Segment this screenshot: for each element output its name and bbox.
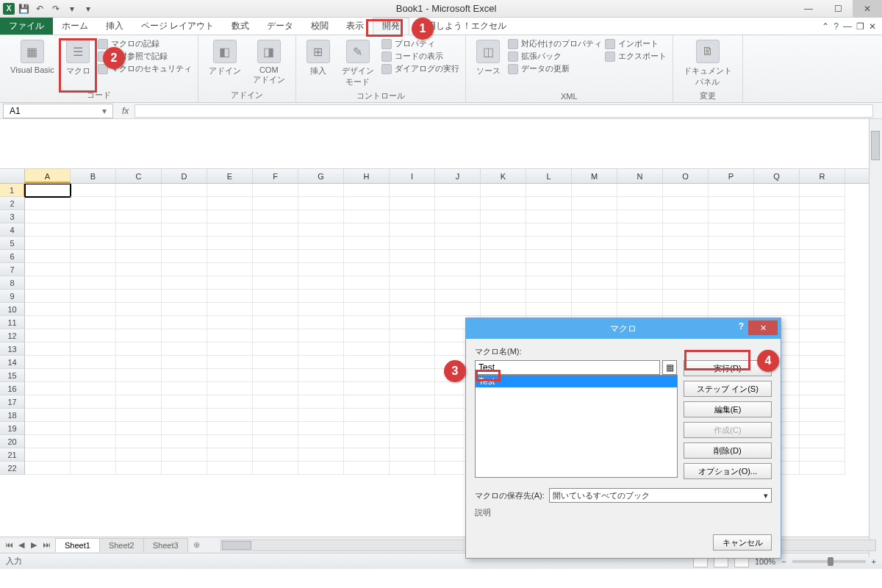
cell[interactable]	[572, 223, 617, 237]
cell[interactable]	[71, 422, 116, 435]
workbook-minimize-icon[interactable]: —	[843, 21, 852, 32]
cell[interactable]	[617, 237, 663, 250]
cell[interactable]	[800, 395, 845, 409]
cell[interactable]	[162, 422, 207, 435]
cell[interactable]	[800, 448, 845, 462]
row-header[interactable]: 14	[0, 356, 25, 369]
cell[interactable]	[298, 197, 344, 210]
select-all-corner[interactable]	[0, 169, 25, 183]
cell[interactable]	[572, 237, 617, 250]
cell[interactable]	[162, 462, 207, 475]
cell[interactable]	[709, 210, 754, 223]
qat-custom-icon[interactable]: ▾	[81, 2, 96, 15]
dialog-close-button[interactable]: ✕	[748, 320, 778, 335]
cell[interactable]	[481, 303, 526, 316]
sheet-next-icon[interactable]: ▶	[28, 540, 40, 550]
cell[interactable]	[709, 276, 754, 290]
cancel-button[interactable]: キャンセル	[713, 534, 772, 551]
cell[interactable]	[298, 369, 344, 382]
cell[interactable]	[71, 462, 116, 475]
sheet-first-icon[interactable]: ⏮	[3, 540, 15, 550]
cell[interactable]	[481, 184, 526, 197]
cell[interactable]	[617, 184, 663, 197]
row-header[interactable]: 17	[0, 395, 25, 409]
cell[interactable]	[253, 435, 298, 448]
cell[interactable]	[344, 329, 390, 343]
cell[interactable]	[162, 382, 207, 395]
cell[interactable]	[253, 223, 298, 237]
cell[interactable]	[253, 369, 298, 382]
cell[interactable]	[116, 422, 162, 435]
cell[interactable]	[162, 409, 207, 422]
cell[interactable]	[71, 382, 116, 395]
cell[interactable]	[25, 329, 71, 343]
column-header[interactable]: G	[298, 169, 344, 183]
column-header[interactable]: P	[709, 169, 754, 183]
cell[interactable]	[617, 223, 663, 237]
cell[interactable]	[663, 276, 709, 290]
cell[interactable]	[344, 223, 390, 237]
cell[interactable]	[71, 276, 116, 290]
cell[interactable]	[25, 356, 71, 369]
cell[interactable]	[207, 356, 253, 369]
sheet-tab-3[interactable]: Sheet3	[143, 538, 188, 552]
cell[interactable]	[572, 184, 617, 197]
cell[interactable]	[116, 263, 162, 276]
cell[interactable]	[298, 223, 344, 237]
cell[interactable]	[344, 356, 390, 369]
document-panel-button[interactable]: 🗎ドキュメント パネル	[679, 38, 736, 89]
tab-formulas[interactable]: 数式	[223, 18, 258, 35]
cell[interactable]	[298, 422, 344, 435]
cell[interactable]	[25, 316, 71, 329]
cell[interactable]	[25, 409, 71, 422]
cell[interactable]	[298, 448, 344, 462]
properties-button[interactable]: プロパティ	[381, 38, 459, 49]
close-button[interactable]: ✕	[853, 0, 882, 18]
cell[interactable]	[253, 395, 298, 409]
cell[interactable]	[800, 329, 845, 343]
cell[interactable]	[71, 356, 116, 369]
cell[interactable]	[800, 409, 845, 422]
cell[interactable]	[390, 343, 435, 356]
tab-view[interactable]: 表示	[337, 18, 373, 35]
cell[interactable]	[253, 303, 298, 316]
cell[interactable]	[709, 290, 754, 303]
cell[interactable]	[116, 369, 162, 382]
cell[interactable]	[526, 250, 572, 263]
expansion-button[interactable]: 拡張パック	[508, 51, 602, 62]
new-sheet-button[interactable]: ⊕	[187, 540, 206, 550]
cell[interactable]	[253, 237, 298, 250]
column-header[interactable]: B	[71, 169, 116, 183]
cell[interactable]	[71, 290, 116, 303]
cell[interactable]	[344, 382, 390, 395]
cell[interactable]	[71, 369, 116, 382]
cell[interactable]	[25, 290, 71, 303]
cell[interactable]	[435, 210, 481, 223]
cell[interactable]	[162, 395, 207, 409]
cell[interactable]	[162, 290, 207, 303]
cell[interactable]	[116, 290, 162, 303]
cell[interactable]	[207, 250, 253, 263]
cell[interactable]	[663, 290, 709, 303]
cell[interactable]	[526, 263, 572, 276]
cell[interactable]	[253, 263, 298, 276]
cell[interactable]	[663, 303, 709, 316]
cell[interactable]	[435, 223, 481, 237]
cell[interactable]	[25, 184, 71, 197]
sheet-tab-2[interactable]: Sheet2	[99, 538, 144, 552]
qat-more-icon[interactable]: ▾	[65, 2, 79, 15]
cell[interactable]	[481, 237, 526, 250]
cell[interactable]	[754, 250, 800, 263]
cell[interactable]	[25, 343, 71, 356]
cell[interactable]	[526, 184, 572, 197]
cell[interactable]	[207, 422, 253, 435]
cell[interactable]	[344, 210, 390, 223]
row-header[interactable]: 21	[0, 448, 25, 462]
cell[interactable]	[116, 343, 162, 356]
cell[interactable]	[253, 329, 298, 343]
cell[interactable]	[25, 448, 71, 462]
cell[interactable]	[390, 303, 435, 316]
cell[interactable]	[344, 395, 390, 409]
cell[interactable]	[390, 223, 435, 237]
cell[interactable]	[253, 462, 298, 475]
